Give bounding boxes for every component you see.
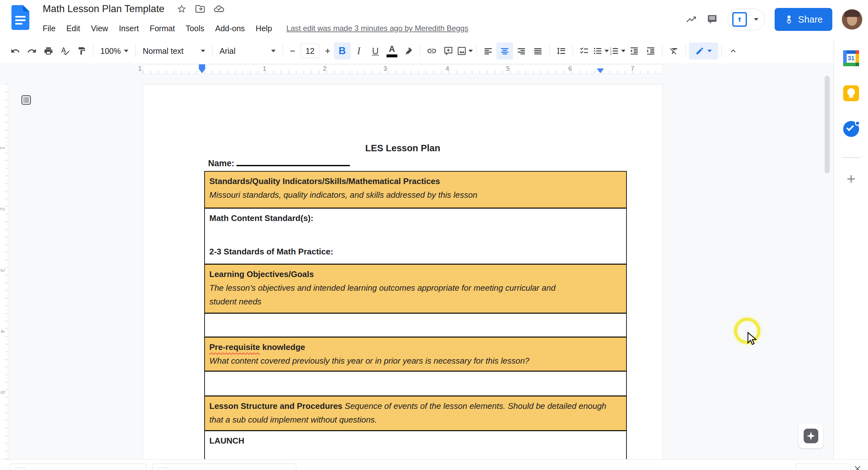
download-item-2[interactable]: PDF Area of Combined....pdf [152,464,296,470]
account-avatar[interactable] [842,9,862,30]
left-indent-marker[interactable] [198,64,206,73]
spell-check-button[interactable] [57,42,73,60]
toolbar-separator [721,44,722,58]
app-header: Math Lesson Plan Template File Edit View… [0,0,868,39]
clear-formatting-button[interactable] [666,42,682,60]
table-row-objectives[interactable]: Learning Objectives/Goals The lesson’s o… [205,265,626,314]
numbered-list-button[interactable]: 123 [609,42,626,60]
vertical-scrollbar-thumb[interactable] [825,76,830,173]
right-indent-marker[interactable] [597,68,604,73]
horizontal-ruler[interactable]: 1 1 2 3 4 5 6 7 [0,64,834,74]
menu-insert[interactable]: Insert [114,24,144,33]
checklist-button[interactable] [576,42,593,60]
downloads-bar: PDF Area of Combined....pdf PDF Area of … [0,459,868,470]
collapse-toolbar-button[interactable] [725,42,742,60]
table-row-empty[interactable] [205,372,626,397]
italic-button[interactable]: I [350,42,367,60]
bold-button[interactable]: B [334,42,350,60]
table-row-launch[interactable]: LAUNCH [205,431,626,461]
decrease-indent-button[interactable] [626,42,642,60]
row-description: The lesson’s objectives and intended lea… [209,281,579,308]
google-calendar-button[interactable]: 31 [834,50,868,66]
menu-tools[interactable]: Tools [180,24,210,33]
ruler-number: 1 [138,65,142,72]
menu-file[interactable]: File [43,24,61,33]
menu-edit[interactable]: Edit [61,24,85,33]
chevron-down-icon[interactable] [707,50,712,52]
bulleted-list-button[interactable] [593,42,609,60]
zoom-select[interactable]: 100% [97,42,132,60]
google-keep-button[interactable] [834,85,868,101]
align-right-button[interactable] [513,42,530,60]
table-row-lesson-structure[interactable]: Lesson Structure and Procedures Sequence… [205,397,626,431]
increase-indent-button[interactable] [642,42,659,60]
explore-icon [804,429,818,443]
decrease-font-size-button[interactable] [286,42,299,60]
google-tasks-button[interactable] [834,121,868,137]
align-center-button[interactable] [496,42,513,60]
row-description: What content covered previously this yea… [209,354,622,368]
editing-mode-button[interactable] [689,42,718,60]
justify-button[interactable] [530,42,546,60]
underline-button[interactable]: U [367,42,384,60]
menu-format[interactable]: Format [144,24,180,33]
undo-button[interactable] [7,42,24,60]
line-spacing-button[interactable] [553,42,569,60]
present-button[interactable] [727,9,765,30]
show-document-outline-button[interactable] [17,91,36,109]
table-row-content-standards[interactable]: Math Content Standard(s): 2-3 Standards … [205,208,626,265]
chevron-down-icon[interactable] [468,50,473,52]
font-select[interactable]: Arial [216,42,279,60]
document-activity-icon[interactable] [685,14,697,25]
vertical-ruler[interactable]: 1 2 3 4 5 [0,84,8,459]
close-downloads-bar-icon[interactable] [853,464,862,470]
style-value: Normal text [143,46,184,56]
insert-image-button[interactable] [457,42,473,60]
download-item-1[interactable]: PDF Area of Combined....pdf [9,464,147,470]
toolbar-separator [420,44,420,58]
share-button[interactable]: Share [775,8,832,31]
font-size-input[interactable]: 12 [301,44,319,58]
row-label: LAUNCH [209,434,622,448]
redo-button[interactable] [24,42,40,60]
cloud-saved-icon[interactable] [214,3,224,14]
table-row-standards[interactable]: Standards/Quality Indicators/Skills/Math… [205,172,626,208]
align-left-button[interactable] [480,42,496,60]
add-comment-button[interactable] [440,42,457,60]
rail-divider [842,157,861,158]
ruler-strip [143,64,663,74]
get-add-ons-button[interactable] [834,173,868,185]
present-dropdown-caret[interactable] [754,18,758,21]
highlight-color-button[interactable] [400,42,417,60]
table-row-empty[interactable] [205,314,626,338]
increase-font-size-button[interactable] [321,42,334,60]
move-folder-icon[interactable] [195,4,205,14]
paragraph-style-select[interactable]: Normal text [139,42,209,60]
show-all-downloads-button[interactable]: Show all [795,464,851,470]
plus-icon [845,173,858,185]
document-title[interactable]: Math Lesson Plan Template [43,3,164,15]
google-docs-logo[interactable] [11,5,29,30]
ruler-number: 2 [323,65,326,72]
insert-link-button[interactable] [424,42,440,60]
print-button[interactable] [40,42,57,60]
explore-button[interactable] [799,424,824,448]
last-edit-link[interactable]: Last edit was made 3 minutes ago by Mere… [286,24,468,33]
chevron-down-icon[interactable] [621,50,625,52]
comments-icon[interactable] [707,14,718,25]
name-line[interactable]: Name: [208,159,662,168]
name-blank-underline[interactable] [237,159,350,166]
lesson-plan-table: Standards/Quality Indicators/Skills/Math… [204,171,627,461]
star-icon[interactable] [177,4,187,14]
menu-help[interactable]: Help [250,24,277,33]
ruler-number: 5 [506,65,509,72]
chevron-down-icon[interactable] [604,50,609,52]
paint-format-button[interactable] [73,42,90,60]
menu-addons[interactable]: Add-ons [210,24,250,33]
google-calendar-icon: 31 [843,50,859,66]
menu-view[interactable]: View [85,24,114,33]
document-page[interactable]: LES Lesson Plan Name: Standards/Quality … [143,84,663,470]
text-color-button[interactable]: A [384,42,400,60]
table-row-prerequisite[interactable]: Pre-requisite knowledge What content cov… [205,338,626,372]
doc-heading[interactable]: LES Lesson Plan [143,143,662,154]
